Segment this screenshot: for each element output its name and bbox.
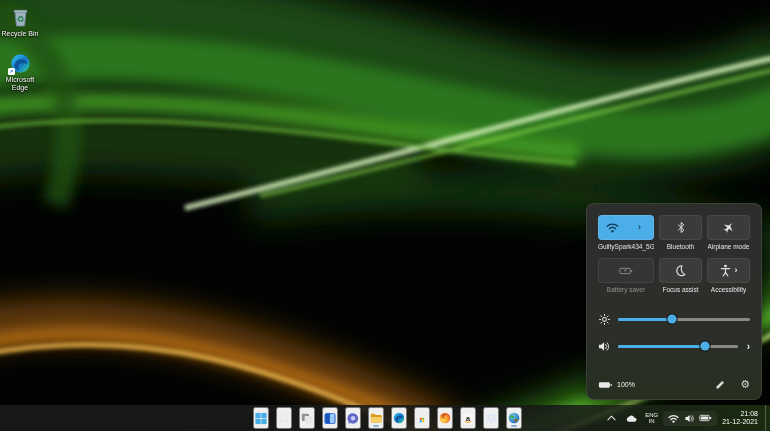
clock[interactable]: 21:08 21-12-2021 — [722, 410, 760, 426]
wifi-tile-label: GuiltySpark434_5G — [598, 243, 654, 251]
focus-assist-tile-label: Focus assist — [662, 286, 698, 294]
microsoft-store-button[interactable] — [414, 407, 430, 429]
speaker-tray-icon — [684, 414, 695, 423]
moon-icon — [675, 265, 686, 277]
battery-saver-tile-button — [598, 258, 654, 283]
language-indicator[interactable]: ENG IN — [645, 412, 658, 425]
widgets-icon — [324, 412, 336, 425]
tile-focus-assist-wrap: Focus assist — [659, 258, 702, 294]
edge-icon: ↗ — [10, 53, 31, 74]
tile-bluetooth-wrap: Bluetooth — [659, 215, 702, 251]
desktop-screen: ♻ Recycle Bin ↗ Microsoft Edge — [0, 0, 770, 431]
battery-percent-label: 100% — [617, 381, 635, 388]
store-bag-icon — [416, 412, 428, 425]
tile-accessibility-wrap: › Accessibility — [707, 258, 750, 294]
brightness-sun-icon — [598, 314, 610, 325]
running-indicator — [373, 425, 379, 427]
running-indicator — [511, 425, 517, 427]
task-view-icon — [301, 412, 313, 425]
chevron-up-icon — [607, 415, 616, 421]
accessibility-tile-label: Accessibility — [711, 286, 746, 294]
edge-taskbar-button[interactable] — [391, 407, 407, 429]
settings-button[interactable]: ⚙ — [740, 379, 750, 390]
amazon-button[interactable]: a — [460, 407, 476, 429]
recycle-bin-icon: ♻ — [10, 7, 31, 28]
brightness-slider-row — [598, 310, 750, 328]
dropbox-icon — [485, 412, 497, 425]
quick-settings-tray-button[interactable] — [663, 411, 717, 426]
battery-icon — [598, 380, 613, 390]
firefox-icon — [439, 411, 451, 425]
accessibility-person-icon — [720, 264, 731, 277]
cloud-icon — [625, 414, 638, 423]
tile-battery-saver-wrap: Battery saver — [598, 258, 654, 294]
search-button[interactable] — [276, 407, 292, 429]
audio-output-chevron[interactable]: › — [746, 341, 750, 352]
svg-text:♻: ♻ — [16, 14, 24, 24]
desktop-icon-label: Recycle Bin — [0, 30, 42, 38]
bluetooth-icon — [676, 221, 686, 234]
airplane-mode-tile-label: Airplane mode — [708, 243, 750, 251]
quick-settings-panel: › GuiltySpark434_5G Bluetooth — [586, 203, 762, 400]
wifi-networks-chevron[interactable]: › — [626, 223, 653, 232]
clock-date: 21-12-2021 — [722, 418, 758, 426]
quick-settings-footer: 100% ⚙ — [598, 379, 750, 390]
onedrive-tray-button[interactable] — [623, 412, 640, 425]
airplane-mode-tile-button[interactable] — [707, 215, 750, 240]
file-explorer-button[interactable] — [368, 407, 384, 429]
shortcut-arrow-icon: ↗ — [8, 68, 15, 75]
system-tray: ENG IN 21:08 — [605, 405, 768, 431]
battery-saver-icon — [619, 266, 633, 276]
chat-bubble-icon — [347, 412, 359, 425]
volume-slider-thumb[interactable] — [701, 342, 710, 351]
hidden-icons-chevron-button[interactable] — [605, 413, 618, 423]
folder-icon — [370, 412, 382, 424]
accessibility-tile-button[interactable]: › — [707, 258, 750, 283]
desktop-icon-microsoft-edge[interactable]: ↗ Microsoft Edge — [0, 53, 42, 92]
dropbox-button[interactable] — [483, 407, 499, 429]
show-desktop-button[interactable] — [765, 405, 768, 431]
task-view-button[interactable] — [299, 407, 315, 429]
pencil-icon — [715, 380, 725, 390]
focus-assist-tile-button[interactable] — [659, 258, 702, 283]
clock-time: 21:08 — [722, 410, 758, 418]
tile-wifi-wrap: › GuiltySpark434_5G — [598, 215, 654, 251]
chat-button[interactable] — [345, 407, 361, 429]
search-icon — [278, 412, 290, 425]
language-secondary: IN — [645, 418, 658, 425]
internet-globe-button[interactable] — [506, 407, 522, 429]
taskbar-app-icons: a — [253, 405, 522, 431]
desktop-icon-label: Microsoft Edge — [0, 76, 42, 92]
brightness-slider[interactable] — [618, 318, 750, 321]
bluetooth-tile-label: Bluetooth — [667, 243, 694, 251]
firefox-button[interactable] — [437, 407, 453, 429]
desktop-icon-recycle-bin[interactable]: ♻ Recycle Bin — [0, 7, 42, 38]
taskbar: a — [0, 405, 770, 431]
amazon-icon: a — [462, 412, 474, 425]
wifi-tile-button[interactable]: › — [598, 215, 654, 240]
volume-slider-row: › — [598, 337, 750, 355]
wifi-icon — [599, 222, 626, 233]
speaker-icon — [598, 341, 610, 352]
volume-slider[interactable] — [618, 345, 738, 348]
quick-settings-tile-grid: › GuiltySpark434_5G Bluetooth — [598, 215, 750, 301]
widgets-button[interactable] — [322, 407, 338, 429]
tile-airplane-wrap: Airplane mode — [707, 215, 750, 251]
battery-status[interactable]: 100% — [598, 380, 635, 390]
brightness-slider-thumb[interactable] — [668, 315, 677, 324]
edit-quick-settings-button[interactable] — [715, 380, 725, 390]
battery-tray-icon — [699, 414, 712, 422]
airplane-icon — [722, 221, 735, 234]
edge-icon — [393, 411, 405, 425]
globe-icon — [508, 411, 520, 425]
windows-logo-icon — [255, 412, 267, 425]
wifi-tray-icon — [668, 414, 679, 423]
bluetooth-tile-button[interactable] — [659, 215, 702, 240]
start-button[interactable] — [253, 407, 269, 429]
battery-saver-tile-label: Battery saver — [607, 286, 645, 294]
accessibility-chevron: › — [735, 266, 738, 275]
